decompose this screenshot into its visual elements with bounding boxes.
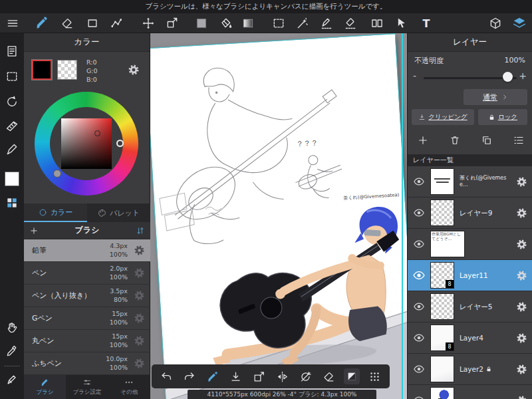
layer-thumbnail[interactable] [430, 200, 454, 226]
color-settings-gear-icon[interactable] [128, 64, 140, 76]
clipping-button[interactable]: クリッピング [412, 109, 474, 125]
layer-settings-gear-icon[interactable] [510, 395, 532, 399]
brush-settings-gear-icon[interactable] [128, 245, 150, 256]
layer-thumbnail[interactable] [430, 387, 454, 399]
layer-thumbnail[interactable]: 8 [430, 325, 454, 351]
selection-icon[interactable] [3, 68, 21, 85]
brush-settings-gear-icon[interactable] [128, 290, 150, 301]
layer-thumbnail[interactable]: 8 [430, 262, 454, 289]
layer-row[interactable]: レイヤー9 [408, 198, 532, 229]
opacity-plus-button[interactable]: + [519, 70, 527, 81]
layer-visibility-icon[interactable] [408, 301, 430, 313]
current-color-chip[interactable] [5, 172, 19, 186]
brush-settings-gear-icon[interactable] [128, 335, 150, 346]
delete-layer-button[interactable] [446, 132, 464, 149]
select-eraser-tool-icon[interactable] [342, 15, 359, 32]
layer-visibility-icon[interactable] [408, 332, 430, 344]
duplicate-layer-button[interactable] [478, 132, 495, 149]
add-layer-button[interactable] [414, 132, 432, 149]
layer-thumbnail[interactable] [430, 356, 454, 382]
layer-thumbnail[interactable]: 作業用BGMとしてどうぞ… [430, 231, 465, 257]
clear-eraser-icon[interactable] [321, 368, 336, 384]
fill-bucket-tool-icon[interactable] [217, 15, 234, 32]
foreground-color-swatch[interactable] [193, 15, 210, 32]
export-transform-icon[interactable] [251, 368, 267, 384]
layer-settings-gear-icon[interactable] [510, 332, 532, 344]
undo-icon[interactable] [158, 368, 174, 384]
flip-horizontal-icon[interactable] [274, 368, 290, 384]
reset-rotation-icon[interactable] [297, 368, 313, 384]
brush-row-pen[interactable]: ペン 2.0px100% [24, 262, 150, 285]
rotate-view-icon[interactable] [3, 93, 21, 110]
canvas-document-icon[interactable] [3, 43, 21, 60]
footer-tab-brush-settings[interactable]: ブラシ設定 [66, 375, 108, 399]
opacity-minus-button[interactable]: - [413, 70, 416, 81]
add-brush-button[interactable] [24, 226, 44, 235]
layer-row[interactable]: Layer2 [408, 354, 532, 385]
primary-color-swatch[interactable] [32, 60, 52, 80]
blend-mode-button[interactable]: 通常 [464, 89, 527, 105]
layer-thumbnail[interactable] [430, 293, 454, 320]
material-cube-icon[interactable] [487, 15, 504, 32]
eyedropper-icon[interactable] [3, 342, 21, 360]
layer-row[interactable] [408, 385, 532, 399]
layers-panel-toggle-icon[interactable] [511, 15, 528, 32]
eraser-tool-icon[interactable] [59, 15, 76, 32]
saturation-value-square[interactable] [61, 118, 112, 169]
layer-row[interactable]: 茶くれ(@Givemese… [408, 166, 532, 198]
quick-brush-icon[interactable] [205, 368, 221, 384]
brush-row-fuchi-pen[interactable]: ふちペン 10.0px100% [24, 352, 150, 375]
layer-row[interactable]: レイヤー5 [408, 291, 532, 323]
secondary-color-swatch[interactable] [57, 60, 77, 80]
layer-settings-gear-icon[interactable] [510, 176, 532, 188]
hand-tool-icon[interactable] [3, 319, 21, 336]
layer-visibility-icon[interactable] [408, 207, 430, 219]
tab-palette[interactable]: パレット [87, 203, 150, 222]
brush-sort-icon[interactable] [130, 226, 150, 235]
layer-settings-gear-icon[interactable] [510, 239, 532, 250]
brush-settings-gear-icon[interactable] [128, 267, 150, 279]
brush-row-maru-pen[interactable]: 丸ペン 15px100% [24, 330, 150, 352]
footer-tab-other[interactable]: その他 [108, 375, 150, 399]
layer-settings-gear-icon[interactable] [510, 364, 532, 375]
operation-pointer-tool-icon[interactable] [392, 15, 410, 32]
move-tool-icon[interactable] [140, 15, 157, 32]
layer-settings-gear-icon[interactable] [510, 207, 532, 219]
layer-row[interactable]: 8 Layer4 [408, 323, 532, 354]
lock-button[interactable]: ロック [478, 109, 527, 125]
drag-handle-grid-icon[interactable] [367, 368, 383, 384]
layer-visibility-icon[interactable] [408, 394, 430, 399]
tab-color[interactable]: カラー [24, 203, 87, 222]
save-download-icon[interactable] [228, 368, 244, 384]
brush-tool-icon[interactable] [33, 15, 51, 32]
layer-menu-button[interactable] [510, 132, 527, 149]
magic-wand-tool-icon[interactable] [294, 15, 311, 32]
layer-row[interactable]: 作業用BGMとしてどうぞ… [408, 229, 532, 260]
materials-palette-icon[interactable] [3, 194, 21, 211]
footer-tab-brush[interactable]: ブラシ [24, 375, 66, 399]
select-pen-tool-icon[interactable] [318, 15, 335, 32]
brush-row-pen-tapered[interactable]: ペン（入り抜き） 3.5px80% [24, 285, 150, 307]
brush-row-gpen[interactable]: Gペン 15px100% [24, 307, 150, 330]
ruler-icon[interactable] [3, 117, 21, 134]
layer-thumbnail[interactable] [430, 168, 454, 195]
menu-icon[interactable] [4, 15, 21, 32]
layer-settings-gear-icon[interactable] [510, 301, 532, 313]
layer-visibility-icon[interactable] [408, 269, 430, 282]
pen-alt-icon[interactable] [3, 141, 21, 158]
transform-tool-icon[interactable] [164, 15, 181, 32]
text-tool-icon[interactable]: T [418, 15, 435, 32]
select-marquee-tool-icon[interactable] [270, 15, 287, 32]
layer-visibility-icon[interactable] [408, 238, 430, 250]
layer-settings-gear-icon[interactable] [510, 270, 532, 281]
reference-image-button[interactable] [344, 368, 360, 384]
layer-visibility-icon[interactable] [408, 363, 430, 375]
brush-row-pencil[interactable]: 鉛筆 4.3px100% [24, 239, 150, 262]
opacity-slider-thumb[interactable] [503, 72, 513, 82]
brush-settings-gear-icon[interactable] [128, 358, 150, 369]
layer-visibility-icon[interactable] [408, 176, 430, 188]
divide-frame-tool-icon[interactable] [368, 15, 386, 32]
drawing-canvas[interactable]: ？？？ 茶くれ(@Givemesoatea) [150, 34, 407, 399]
layer-row-selected[interactable]: 8 Layer11 [408, 260, 532, 291]
gradient-tool-icon[interactable] [239, 15, 257, 32]
